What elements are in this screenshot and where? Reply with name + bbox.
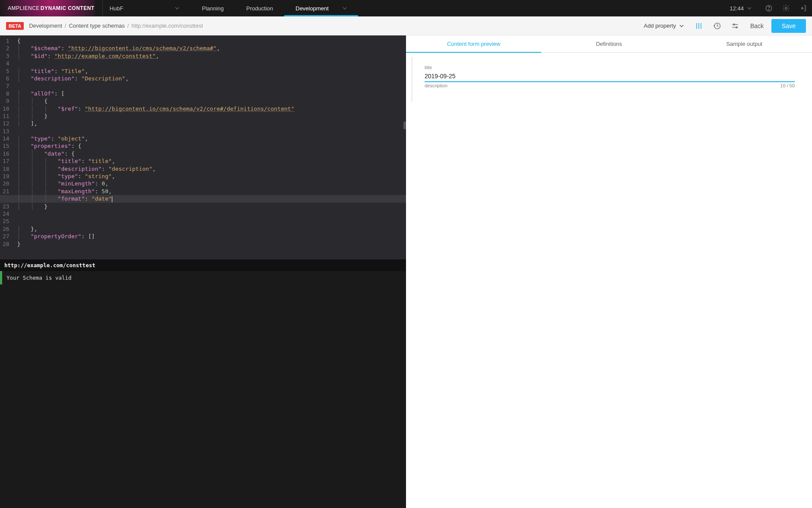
field-title: title description 10 / 50 [425, 65, 795, 88]
tab-content-form-preview[interactable]: Content form preview [406, 35, 541, 52]
crumb-development[interactable]: Development [29, 22, 62, 29]
sub-header: BETA Development / Content type schemas … [0, 16, 812, 35]
nav-development[interactable]: Development [284, 0, 358, 16]
editor-pane: 1234567891011121314151617181920212223242… [0, 35, 406, 508]
toolbar: Add property Back Save [640, 19, 806, 33]
main-split: 1234567891011121314151617181920212223242… [0, 35, 812, 508]
tab-sample-output[interactable]: Sample output [677, 35, 812, 52]
top-nav: AMPLIENCE DYNAMIC CONTENT HubF Planning … [0, 0, 812, 16]
code-area[interactable]: {│ "$schema": "http://bigcontent.io/cms/… [14, 35, 406, 259]
field-desc-label: description [425, 83, 447, 88]
brand-bold: DYNAMIC CONTENT [41, 5, 95, 11]
status-fill [0, 284, 406, 508]
crumb-schemas[interactable]: Content type schemas [69, 22, 124, 29]
svg-point-1 [768, 10, 769, 10]
preview-tabs: Content form preview Definitions Sample … [406, 35, 812, 53]
crumb-current: http://example.com/consttest [131, 22, 203, 29]
nav-planning[interactable]: Planning [190, 0, 235, 16]
beta-badge: BETA [6, 22, 24, 30]
breadcrumb: Development / Content type schemas / htt… [29, 22, 203, 29]
split-view-icon[interactable] [691, 19, 706, 33]
status-url: http://example.com/consttest [0, 259, 406, 271]
chevron-down-icon[interactable] [747, 4, 752, 12]
svg-point-2 [785, 7, 787, 10]
hub-selector[interactable]: HubF [103, 0, 187, 16]
back-button[interactable]: Back [746, 22, 768, 29]
tab-definitions[interactable]: Definitions [541, 35, 676, 52]
gear-icon[interactable] [777, 0, 795, 16]
chevron-down-icon [343, 5, 347, 12]
hub-name: HubF [110, 5, 124, 12]
status-message: Your Schema is valid [0, 271, 406, 284]
clock: 12:44 [726, 5, 747, 12]
brand: AMPLIENCE DYNAMIC CONTENT [0, 0, 103, 16]
title-input[interactable] [425, 71, 795, 82]
char-counter: 10 / 50 [780, 83, 795, 88]
brand-light: AMPLIENCE [8, 5, 40, 11]
preview-form: title description 10 / 50 [411, 57, 807, 102]
save-button[interactable]: Save [771, 19, 806, 33]
nav-production[interactable]: Production [235, 0, 284, 16]
chevron-down-icon [175, 5, 179, 12]
settings-sliders-icon[interactable] [728, 19, 742, 33]
nav-tabs: Planning Production Development [190, 0, 358, 16]
add-property-button[interactable]: Add property [640, 20, 688, 32]
history-icon[interactable] [710, 19, 724, 33]
logout-icon[interactable] [795, 0, 812, 16]
line-gutter: 1234567891011121314151617181920212223242… [0, 35, 14, 259]
code-editor[interactable]: 1234567891011121314151617181920212223242… [0, 35, 406, 259]
field-title-label: title [425, 65, 795, 70]
help-icon[interactable] [760, 0, 777, 16]
nav-right: 12:44 [726, 0, 812, 16]
preview-pane: Content form preview Definitions Sample … [406, 35, 812, 508]
